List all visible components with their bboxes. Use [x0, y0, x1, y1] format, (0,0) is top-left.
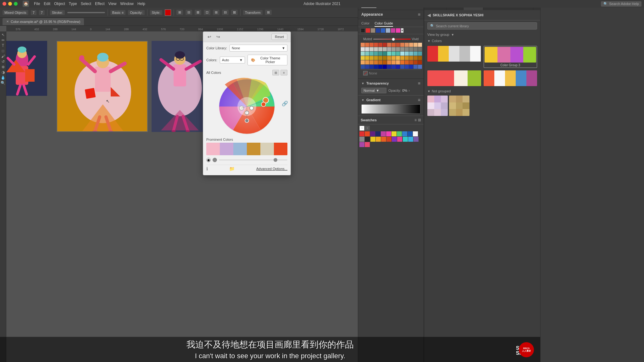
color-cell[interactable]: [374, 52, 378, 56]
color-cell[interactable]: [387, 43, 391, 47]
menu-item-file[interactable]: File: [34, 2, 40, 6]
color-cell[interactable]: [400, 60, 404, 64]
advanced-options-button[interactable]: Advanced Options...: [256, 167, 287, 171]
color-cell[interactable]: [387, 65, 391, 69]
slider-thumb[interactable]: [274, 158, 277, 162]
color-library-select[interactable]: None ▼: [230, 45, 287, 52]
color-cell[interactable]: [391, 56, 396, 60]
minimize-button[interactable]: [8, 2, 12, 6]
color-cell[interactable]: [418, 60, 422, 64]
sw-indigo[interactable]: [414, 137, 419, 142]
color-cell[interactable]: [383, 65, 387, 69]
color-cell[interactable]: [400, 47, 404, 51]
rotate-tool[interactable]: ↺: [2, 59, 5, 64]
color-cell[interactable]: [361, 56, 365, 60]
slider-middle-handle[interactable]: [213, 158, 217, 162]
swatch-brown[interactable]: [371, 28, 375, 33]
color-cell[interactable]: [378, 43, 382, 47]
help-search[interactable]: 🔍 Search Adobe Help: [601, 1, 641, 7]
color-cell[interactable]: [414, 47, 418, 51]
sw-amber[interactable]: [376, 137, 381, 142]
sw-black[interactable]: [365, 137, 370, 142]
transform-options[interactable]: ⊞: [265, 10, 272, 15]
none-selector[interactable]: None: [363, 71, 377, 75]
align-icon-7[interactable]: ⊠: [231, 10, 238, 15]
gradient-menu-icon[interactable]: ≡: [418, 97, 420, 102]
color-cell[interactable]: [391, 65, 396, 69]
align-icon-6[interactable]: ⊟: [222, 10, 229, 15]
color-cell[interactable]: [400, 43, 404, 47]
color-cell[interactable]: [383, 56, 387, 60]
color-cell[interactable]: [405, 52, 409, 56]
color-cell[interactable]: [409, 65, 413, 69]
reset-button[interactable]: Reset: [271, 34, 287, 40]
sw-red[interactable]: [359, 131, 364, 136]
swatches-list-icon[interactable]: ≡: [414, 118, 417, 122]
menu-item-window[interactable]: Window: [120, 2, 134, 6]
sw-gray[interactable]: [359, 137, 364, 142]
align-icon-3[interactable]: ⊠: [195, 10, 201, 15]
color-cell[interactable]: [369, 60, 374, 64]
color-cell[interactable]: [405, 47, 409, 51]
color-cell[interactable]: [361, 43, 365, 47]
color-cell[interactable]: [409, 43, 413, 47]
color-cell[interactable]: [400, 65, 404, 69]
gradient-bar[interactable]: [361, 104, 420, 114]
color-cell[interactable]: [414, 56, 418, 60]
color-cell[interactable]: [378, 60, 382, 64]
style-color[interactable]: [165, 9, 171, 16]
shape-tool[interactable]: □: [2, 49, 4, 53]
color-cell[interactable]: [361, 65, 365, 69]
align-icon-2[interactable]: ⊟: [186, 10, 192, 15]
maximize-button[interactable]: [14, 2, 18, 6]
color-cell[interactable]: [383, 43, 387, 47]
swatch-lightblue[interactable]: [386, 28, 390, 33]
link-icon[interactable]: 🔗: [282, 101, 288, 107]
color-cell[interactable]: [374, 65, 378, 69]
swatch-hotpink[interactable]: [396, 28, 400, 33]
color-cell[interactable]: [365, 56, 369, 60]
swatch-special-2[interactable]: ?: [365, 126, 370, 131]
cg-swatches-1[interactable]: [427, 46, 481, 62]
theme-picker-button[interactable]: 🎨 Color Theme Picker: [247, 55, 287, 65]
menu-item-help[interactable]: Help: [137, 2, 145, 6]
color-cell[interactable]: [365, 52, 369, 56]
scale-tool[interactable]: ⊕: [2, 65, 5, 69]
color-cell[interactable]: [409, 60, 413, 64]
file-tab[interactable]: ✕ Color-example.ai* @ 15.95 % (RGB/Previ…: [3, 18, 84, 25]
sw-orange[interactable]: [381, 137, 386, 142]
color-cell[interactable]: [418, 56, 422, 60]
color-cell[interactable]: [374, 47, 378, 51]
color-tab[interactable]: Color: [361, 20, 369, 27]
align-icon-1[interactable]: ⊞: [176, 10, 183, 15]
slider-track[interactable]: [219, 159, 287, 161]
color-cell[interactable]: [405, 56, 409, 60]
color-cell[interactable]: [396, 52, 400, 56]
color-cell[interactable]: [378, 52, 382, 56]
color-cell[interactable]: [400, 56, 404, 60]
sw-white[interactable]: [413, 131, 418, 136]
slider-left-handle[interactable]: ◉: [206, 158, 211, 162]
color-cell[interactable]: [361, 47, 365, 51]
sw-yellow2[interactable]: [370, 137, 375, 142]
library-search[interactable]: 🔍 Search current library: [427, 22, 537, 30]
eyedropper-tool[interactable]: 💧: [1, 75, 5, 80]
sw-crimson[interactable]: [365, 142, 370, 147]
color-cell[interactable]: [396, 65, 400, 69]
close-button[interactable]: [3, 2, 6, 6]
transparency-menu-icon[interactable]: ≡: [418, 81, 420, 86]
menu-item-select[interactable]: Select: [81, 2, 91, 6]
color-cell[interactable]: [378, 47, 382, 51]
color-cell[interactable]: [391, 52, 396, 56]
color-cell[interactable]: [387, 56, 391, 60]
sw-hot-pink[interactable]: [386, 131, 391, 136]
color-cell[interactable]: [365, 47, 369, 51]
back-icon[interactable]: ◀: [427, 13, 431, 18]
color-cell[interactable]: [418, 47, 422, 51]
sw-purple[interactable]: [370, 131, 375, 136]
chevron-down-icon-4[interactable]: ▼: [451, 33, 454, 36]
swatch-red[interactable]: [366, 28, 370, 33]
color-cell[interactable]: [405, 65, 409, 69]
view-by-group-label[interactable]: View by group: [427, 33, 449, 36]
color-cell[interactable]: [396, 60, 400, 64]
